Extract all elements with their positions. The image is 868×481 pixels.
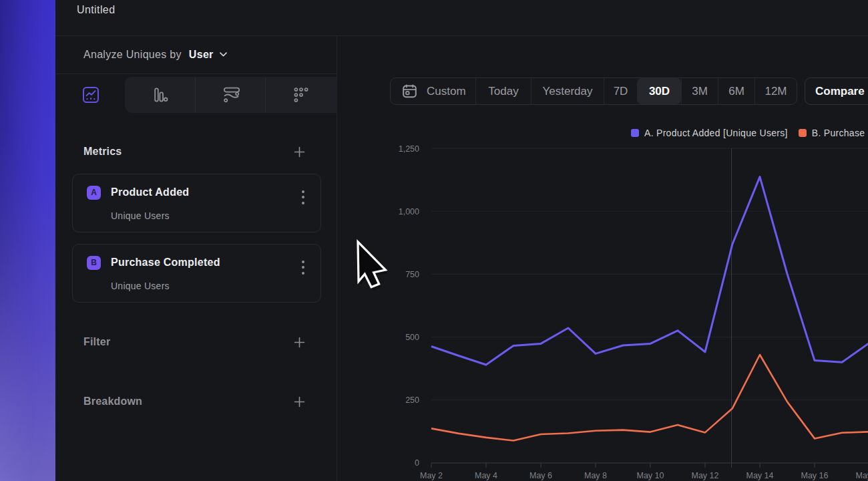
svg-text:1,000: 1,000 bbox=[399, 207, 419, 216]
svg-text:0: 0 bbox=[415, 458, 419, 468]
svg-text:May 2: May 2 bbox=[420, 471, 443, 480]
svg-text:750: 750 bbox=[405, 270, 419, 279]
svg-text:May 16: May 16 bbox=[801, 471, 829, 480]
svg-text:May 8: May 8 bbox=[584, 471, 607, 480]
svg-text:May 14: May 14 bbox=[746, 471, 774, 480]
svg-text:May 10: May 10 bbox=[637, 471, 664, 480]
svg-text:May 18: May 18 bbox=[856, 471, 868, 480]
svg-text:May 12: May 12 bbox=[692, 471, 719, 480]
svg-text:May 4: May 4 bbox=[475, 471, 497, 480]
svg-text:1,250: 1,250 bbox=[399, 144, 419, 154]
svg-text:250: 250 bbox=[405, 395, 419, 405]
svg-text:500: 500 bbox=[405, 333, 419, 342]
svg-text:May 6: May 6 bbox=[529, 471, 552, 480]
